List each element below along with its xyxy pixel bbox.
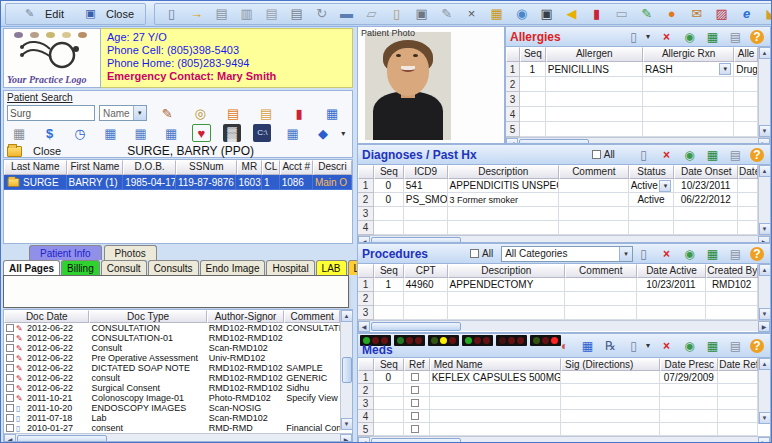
doc-row[interactable]: ✎2012-06-22 DICTATED SOAP NOTERMD102-RMD… — [4, 363, 340, 373]
col-sig[interactable]: Sig (Directions) — [561, 358, 661, 371]
diagnoses-help-icon[interactable]: ? — [750, 148, 764, 162]
allergies-new-caret-icon[interactable]: ▾ — [646, 32, 654, 41]
diagnosis-empty-row[interactable]: 4 — [358, 221, 758, 235]
tab-consults[interactable]: Consults — [148, 260, 199, 275]
procedure-row[interactable]: 1 1 44960 APPENDECTOMY 10/23/2011 RMD102 — [358, 278, 758, 292]
allergy-empty-row[interactable]: 5 — [506, 122, 758, 137]
meds-help-icon[interactable]: ? — [750, 339, 764, 353]
tab-consult[interactable]: Consult — [101, 260, 147, 275]
med-empty-row[interactable]: 5 — [358, 423, 758, 436]
procedures-all-checkbox[interactable] — [470, 249, 479, 258]
scroll-right-icon[interactable]: ▶ — [340, 434, 352, 443]
allergy-row[interactable]: 1 1 PENICILLINS RASH▾ Drug — [506, 62, 758, 77]
col-date-onset[interactable]: Date Onset — [674, 165, 738, 179]
calendar-clock-icon[interactable]: ▦ — [162, 124, 180, 142]
col-date-active[interactable]: Date Active — [637, 264, 707, 278]
doc-list-vscrollbar[interactable]: ▲ ▼ — [340, 310, 352, 430]
meds-new-icon[interactable]: ▯ — [625, 338, 642, 354]
heart-icon[interactable]: ♥ — [192, 124, 210, 142]
diagnoses-print-icon[interactable]: ▤ — [727, 147, 744, 163]
tab-lab[interactable]: LAB — [316, 260, 347, 275]
keyboard-icon[interactable]: ▦ — [10, 124, 28, 142]
announcement-folder-icon[interactable]: ◀ — [562, 5, 581, 23]
col-comment[interactable]: Comment — [284, 310, 340, 323]
billing-dollar-icon[interactable]: $ — [40, 124, 58, 142]
diagnoses-delete-icon[interactable]: × — [658, 147, 675, 163]
col-date-inactive[interactable]: Date Ina — [738, 165, 758, 179]
procedure-empty-row[interactable]: 3 — [358, 306, 758, 320]
diagnoses-new-icon[interactable]: ▯ — [635, 147, 652, 163]
procedures-vscrollbar[interactable]: ▲ ▼ — [758, 264, 770, 320]
meds-vscrollbar[interactable]: ▲ ▼ — [758, 358, 770, 424]
procedure-empty-row[interactable]: 2 — [358, 292, 758, 306]
signature-pen-icon[interactable]: ✎ — [437, 5, 456, 23]
internet-explorer-icon[interactable]: e — [737, 5, 756, 23]
ref-checkbox[interactable] — [411, 373, 419, 381]
green-pen-icon[interactable]: ✎ — [637, 5, 656, 23]
scroll-up-icon[interactable]: ▲ — [341, 310, 353, 322]
allergies-help-icon[interactable]: ? — [750, 30, 764, 44]
more-icons-caret-icon[interactable]: ▾ — [341, 129, 349, 138]
shared-folder-icon[interactable]: ▱ — [362, 5, 381, 23]
tab-hospital[interactable]: Hospital — [266, 260, 314, 275]
rxn-dropdown-icon[interactable]: ▾ — [719, 63, 731, 75]
tab-all-pages[interactable]: All Pages — [3, 260, 60, 275]
doc-checkbox[interactable] — [6, 414, 14, 422]
doc-checkbox[interactable] — [6, 334, 14, 342]
col-med-name[interactable]: Med Name — [430, 358, 561, 371]
meds-delete-icon[interactable]: × — [658, 338, 675, 354]
scroll-down-icon[interactable]: ▼ — [759, 308, 771, 320]
col-last-name[interactable]: Last Name — [4, 160, 67, 175]
blue-panel-icon[interactable]: ▦ — [323, 104, 342, 122]
doc-checkbox[interactable] — [6, 404, 14, 412]
procedures-print-icon[interactable]: ▤ — [727, 246, 744, 262]
search-by-dropdown[interactable]: Name ▾ — [99, 105, 147, 121]
scroll-thumb[interactable] — [342, 357, 352, 383]
col-med-seq[interactable]: Seq — [374, 358, 404, 371]
doc-checkbox[interactable] — [6, 354, 14, 362]
status-dropdown-icon[interactable]: ▾ — [659, 180, 671, 192]
patient-edit-icon[interactable]: ✎ — [158, 104, 177, 122]
doc-row[interactable]: ✎2012-06-22 Pre Operative AssessmentUniv… — [4, 353, 340, 363]
doc-list-hscrollbar[interactable]: ◀ ▶ — [4, 433, 352, 442]
business-card-icon[interactable]: ▬ — [337, 5, 356, 23]
close-chart-folder-icon[interactable] — [7, 146, 22, 157]
tab-billing[interactable]: Billing — [61, 260, 100, 275]
ref-checkbox[interactable] — [411, 399, 419, 407]
diagnoses-export-icon[interactable]: ▦ — [704, 147, 721, 163]
procedures-help-icon[interactable]: ? — [750, 247, 764, 261]
meds-new-caret-icon[interactable]: ▾ — [646, 341, 654, 350]
scroll-down-icon[interactable]: ▼ — [341, 418, 353, 430]
diagnoses-all-checkbox[interactable] — [592, 150, 601, 159]
scroll-thumb[interactable] — [371, 322, 461, 331]
diagnoses-web-icon[interactable]: ◉ — [681, 147, 698, 163]
col-allergy-type[interactable]: Alle — [734, 47, 758, 62]
col-author-signor[interactable]: Author-Signor — [207, 310, 285, 323]
meds-print-icon[interactable]: ▤ — [727, 338, 744, 354]
search-calendar-icon[interactable]: ▦ — [101, 124, 119, 142]
doc-row[interactable]: ✎2012-06-22 CONSULTATION-01RMD102-RMD102 — [4, 333, 340, 343]
procedures-web-icon[interactable]: ◉ — [681, 246, 698, 262]
doc-row[interactable]: ▯2010-01-27 consentRMD-RMDFinancial Cons — [4, 423, 340, 433]
scroll-up-icon[interactable]: ▲ — [759, 165, 771, 177]
diamond-icon[interactable]: ◆ — [314, 124, 332, 142]
scroll-thumb[interactable] — [371, 438, 461, 443]
procedures-hscrollbar[interactable]: ◀ ▶ — [358, 320, 770, 331]
allergies-web-icon[interactable]: ◉ — [681, 29, 698, 45]
workstation-icon[interactable]: ▣ — [412, 5, 431, 23]
col-doc-date[interactable]: Doc Date — [4, 310, 89, 323]
allergies-vscrollbar[interactable]: ▲ ▼ — [758, 47, 770, 137]
med-table-icon[interactable]: ▦ — [579, 338, 596, 354]
doc-row[interactable]: ▯2011-10-20 ENDOSCOPY IMAGESScan-NOSIG — [4, 403, 340, 413]
col-dx-status[interactable]: Status — [629, 165, 675, 179]
med-empty-row[interactable]: 2 — [358, 384, 758, 397]
allergies-export-icon[interactable]: ▦ — [704, 29, 721, 45]
search-patient-icon[interactable]: ◎ — [191, 104, 210, 122]
scroll-right-icon[interactable]: ▶ — [758, 236, 770, 244]
col-allergy-seq[interactable]: Seq — [520, 47, 546, 62]
doc-row[interactable]: ✎2012-06-22 Surgical ConsentRMD102-RMD10… — [4, 383, 340, 393]
scroll-right-icon[interactable]: ▶ — [758, 437, 770, 443]
col-ssnum[interactable]: SSNum — [176, 160, 237, 175]
allergies-delete-icon[interactable]: × — [658, 29, 675, 45]
tasks-orange-icon[interactable]: ▤ — [224, 104, 243, 122]
